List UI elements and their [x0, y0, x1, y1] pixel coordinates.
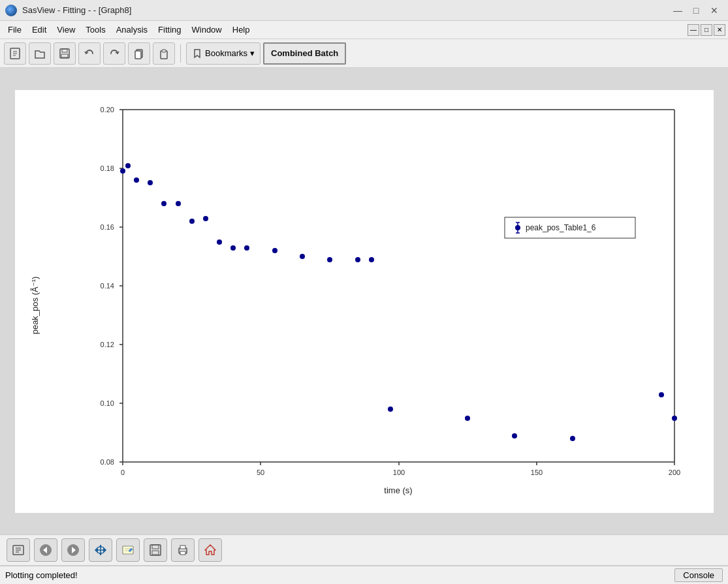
bottom-toolbar [0, 534, 728, 566]
new-button[interactable] [4, 42, 26, 65]
svg-rect-3 [61, 54, 68, 57]
save-graph-button[interactable] [144, 538, 167, 562]
svg-marker-87 [205, 545, 215, 555]
svg-text:0.12: 0.12 [100, 341, 114, 348]
home-button[interactable] [198, 538, 222, 562]
svg-rect-5 [135, 51, 141, 59]
svg-point-42 [161, 201, 166, 206]
svg-point-56 [512, 433, 517, 438]
mdi-maximize[interactable]: □ [701, 24, 712, 36]
list-button[interactable] [7, 538, 30, 562]
svg-text:200: 200 [668, 469, 680, 476]
svg-point-52 [355, 257, 360, 262]
mdi-minimize[interactable]: — [688, 24, 699, 36]
svg-rect-7 [162, 50, 166, 52]
move-button[interactable] [89, 538, 112, 562]
svg-point-58 [659, 392, 664, 397]
copy-button[interactable] [128, 42, 150, 65]
svg-rect-85 [180, 546, 185, 549]
svg-point-50 [300, 254, 305, 259]
mdi-close[interactable]: ✕ [714, 24, 725, 36]
svg-marker-75 [99, 553, 103, 555]
svg-text:0: 0 [120, 469, 124, 476]
back-button[interactable] [34, 538, 57, 562]
title-controls: — □ ✕ [669, 4, 723, 17]
app-icon [5, 5, 17, 16]
menu-fitting[interactable]: Fitting [153, 23, 186, 37]
menu-window[interactable]: Window [187, 23, 227, 37]
svg-point-41 [148, 180, 153, 185]
toolbar-separator [180, 44, 181, 63]
svg-point-54 [388, 407, 393, 412]
menu-edit[interactable]: Edit [27, 23, 52, 37]
svg-rect-83 [152, 551, 159, 555]
svg-text:time (s): time (s) [384, 485, 412, 495]
menu-help[interactable]: Help [227, 23, 255, 37]
chart-container: 0.08 0.10 0.12 0.14 0.16 0.18 0.20 peak_… [15, 90, 714, 513]
svg-rect-81 [150, 545, 161, 555]
svg-text:peak_pos (Å⁻¹): peak_pos (Å⁻¹) [30, 276, 40, 334]
svg-point-40 [134, 177, 139, 183]
status-bar: Plotting completed! Console [0, 566, 728, 584]
console-button[interactable]: Console [674, 568, 723, 582]
chart-svg: 0.08 0.10 0.12 0.14 0.16 0.18 0.20 peak_… [15, 90, 714, 513]
svg-point-39 [125, 163, 131, 168]
window-title: SasView - Fitting - - [Graph8] [22, 5, 669, 15]
svg-text:0.14: 0.14 [100, 282, 114, 290]
svg-text:100: 100 [392, 469, 404, 476]
save-toolbar-button[interactable] [54, 42, 76, 65]
main-content: 0.08 0.10 0.12 0.14 0.16 0.18 0.20 peak_… [0, 68, 728, 534]
redo-button[interactable] [103, 42, 125, 65]
svg-text:peak_pos_Table1_6: peak_pos_Table1_6 [526, 223, 596, 232]
menu-bar: File Edit View Tools Analysis Fitting Wi… [0, 21, 728, 39]
svg-point-47 [230, 245, 236, 251]
svg-point-55 [465, 416, 470, 421]
svg-point-38 [120, 168, 125, 174]
open-button[interactable] [29, 42, 51, 65]
svg-point-59 [672, 416, 677, 421]
svg-point-57 [570, 436, 575, 441]
menu-analysis[interactable]: Analysis [111, 23, 153, 37]
svg-text:0.16: 0.16 [100, 223, 114, 231]
svg-text:0.20: 0.20 [100, 106, 114, 114]
maximize-button[interactable]: □ [688, 4, 704, 17]
svg-text:150: 150 [530, 469, 542, 476]
svg-text:0.18: 0.18 [100, 164, 114, 172]
menu-tools[interactable]: Tools [80, 23, 110, 37]
svg-text:0.08: 0.08 [100, 458, 114, 466]
close-button[interactable]: ✕ [706, 4, 723, 17]
combined-batch-button[interactable]: Combined Batch [263, 42, 346, 65]
svg-point-49 [272, 248, 277, 253]
menu-view[interactable]: View [52, 23, 80, 37]
bookmarks-arrow: ▾ [250, 48, 255, 58]
svg-rect-86 [180, 551, 185, 555]
svg-point-43 [176, 201, 181, 206]
svg-rect-82 [152, 545, 159, 549]
svg-text:0.10: 0.10 [100, 399, 114, 407]
svg-point-45 [203, 216, 208, 221]
svg-marker-74 [99, 545, 103, 547]
minimize-button[interactable]: — [669, 4, 686, 17]
title-bar: SasView - Fitting - - [Graph8] — □ ✕ [0, 0, 728, 21]
svg-point-48 [244, 245, 249, 251]
svg-point-44 [189, 219, 195, 224]
menu-file[interactable]: File [3, 23, 27, 37]
svg-point-53 [369, 257, 374, 262]
toolbar: Bookmarks ▾ Combined Batch [0, 39, 728, 68]
menu-bar-right: — □ ✕ [688, 24, 725, 36]
paste-button[interactable] [153, 42, 175, 65]
print-button[interactable] [171, 538, 195, 562]
svg-point-46 [217, 239, 222, 245]
status-text: Plotting completed! [5, 570, 674, 580]
svg-text:50: 50 [256, 469, 264, 476]
bookmarks-label: Bookmarks [205, 48, 247, 58]
svg-point-51 [327, 257, 332, 262]
edit-button[interactable] [116, 538, 140, 562]
undo-button[interactable] [78, 42, 101, 65]
forward-button[interactable] [61, 538, 85, 562]
bookmarks-button[interactable]: Bookmarks ▾ [186, 42, 261, 65]
